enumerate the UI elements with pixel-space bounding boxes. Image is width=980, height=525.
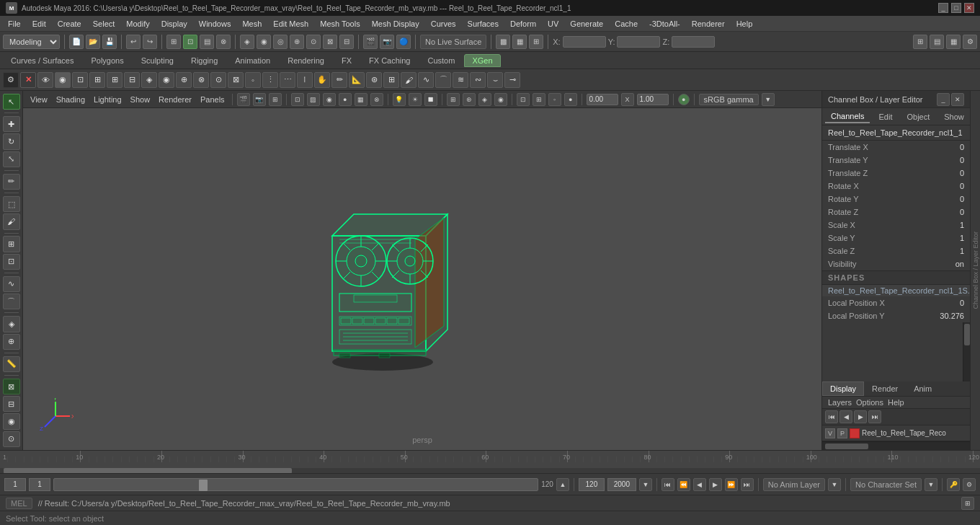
vp-menu-show[interactable]: Show [128, 95, 153, 104]
tab-polygons[interactable]: Polygons [83, 54, 131, 67]
lt-select[interactable]: ↖ [3, 94, 20, 110]
menu-select[interactable]: Select [88, 18, 120, 30]
ico-select2[interactable]: ⊞ [107, 72, 122, 88]
ico-paint2[interactable]: 🖌 [401, 72, 416, 88]
attr-editor-side-tab[interactable]: Channel Box / Layer Editor [970, 91, 980, 450]
tb-snap2[interactable]: ⊡ [183, 35, 197, 49]
tr-btn-skip-back[interactable]: ⏮ [662, 478, 674, 491]
tb-cam1[interactable]: 🎬 [363, 35, 378, 49]
tb-open[interactable]: 📂 [86, 35, 100, 49]
attr-rotate-x[interactable]: Rotate X 0 [822, 180, 970, 193]
tb-pref[interactable]: ⚙ [963, 35, 977, 49]
tb-rt3[interactable]: ⊞ [529, 35, 543, 49]
vp-hud4[interactable]: ● [564, 93, 577, 106]
tr-char-down[interactable]: ▼ [925, 478, 937, 491]
lt-measure[interactable]: 📏 [3, 356, 20, 372]
lt-misc2[interactable]: ⊕ [3, 334, 20, 350]
rp-tab-channels[interactable]: Channels [825, 110, 870, 123]
menu-cache[interactable]: Cache [610, 18, 643, 30]
vp-shaded-icon[interactable]: ◉ [323, 93, 336, 106]
vp-x-val[interactable] [587, 94, 618, 105]
vp-shadow[interactable]: 🔲 [424, 93, 437, 106]
tb-snap3[interactable]: ▤ [200, 35, 214, 49]
tab-rigging[interactable]: Rigging [183, 54, 226, 67]
lt-crv2[interactable]: ⌒ [3, 294, 20, 309]
tb-new[interactable]: 📄 [69, 35, 84, 49]
rp-close[interactable]: ✕ [951, 93, 964, 106]
ico-visibility[interactable]: 👁 [37, 72, 53, 88]
rp-tab-show[interactable]: Show [938, 111, 970, 123]
tr-anim-down[interactable]: ▼ [828, 478, 841, 491]
ico-sel7[interactable]: ⊗ [193, 72, 209, 88]
vp-menu-panels[interactable]: Panels [197, 95, 228, 104]
vp-light1[interactable]: 💡 [393, 93, 406, 106]
layer-scrollbar[interactable] [822, 441, 970, 450]
rp-tab-edit[interactable]: Edit [873, 111, 898, 123]
attr-scale-x[interactable]: Scale X 1 [822, 219, 970, 231]
ico-sel10[interactable]: ◦ [245, 72, 261, 88]
menu-mesh-display[interactable]: Mesh Display [367, 18, 424, 30]
lst-help[interactable]: Help [888, 398, 904, 407]
tb-snap4[interactable]: ⊗ [216, 35, 231, 49]
no-char-set-label[interactable]: No Character Set [850, 478, 922, 491]
lt-snap2[interactable]: ⊡ [3, 254, 20, 270]
ico-select3[interactable]: ⊟ [124, 72, 140, 88]
tb-cam2[interactable]: 📷 [380, 35, 394, 49]
ico-crv2[interactable]: ⌒ [435, 72, 451, 88]
vp-smooth-icon[interactable]: ● [339, 93, 352, 106]
lt-paint[interactable]: 🖌 [3, 213, 20, 229]
ico-snap2[interactable]: ⋯ [280, 72, 295, 88]
ico-shading[interactable]: ◉ [55, 72, 71, 88]
vp-all-icon[interactable]: ⊗ [370, 93, 383, 106]
menu-file[interactable]: File [3, 18, 26, 30]
rp-minimize[interactable]: _ [937, 93, 950, 106]
tb-undo[interactable]: ↩ [126, 35, 141, 49]
menu-uv[interactable]: UV [543, 18, 564, 30]
layer-v-btn[interactable]: V [825, 428, 835, 438]
speed-down[interactable]: ▼ [639, 478, 652, 491]
y-field[interactable] [617, 36, 660, 48]
tab-curves-surfaces[interactable]: Curves / Surfaces [3, 54, 81, 67]
attr-local-pos-y[interactable]: Local Position Y 30.276 [822, 309, 970, 322]
tb-sel2[interactable]: ◉ [257, 35, 271, 49]
tab-fx-caching[interactable]: FX Caching [361, 54, 418, 67]
vp-hud1[interactable]: ⊡ [517, 93, 530, 106]
ico-sel9[interactable]: ⊠ [228, 72, 244, 88]
vp-menu-lighting[interactable]: Lighting [91, 95, 125, 104]
ico-pivot[interactable]: ⊛ [366, 72, 382, 88]
speed-input[interactable] [607, 478, 636, 491]
ico-wire[interactable]: ⊡ [72, 72, 88, 88]
menu-windows[interactable]: Windows [194, 18, 236, 30]
ico-measure[interactable]: 📐 [349, 72, 365, 88]
timeline-ruler[interactable]: 1102030405060708090100110120 [0, 451, 980, 468]
tb-layout[interactable]: ⊞ [913, 35, 927, 49]
menu-surfaces[interactable]: Surfaces [463, 18, 504, 30]
z-field[interactable] [672, 36, 715, 48]
tb-sel6[interactable]: ⊠ [323, 35, 337, 49]
attr-translate-y[interactable]: Translate Y 0 [822, 154, 970, 167]
mode-select[interactable]: Modeling Rigging Animation [3, 35, 60, 49]
lst-options[interactable]: Options [856, 398, 883, 407]
lt-final2[interactable]: ⊟ [3, 396, 20, 412]
no-anim-layer-label[interactable]: No Anim Layer [763, 478, 825, 491]
vp-cam-icon[interactable]: 🎬 [237, 93, 250, 106]
tr-btn-step-back[interactable]: ⏪ [677, 478, 690, 491]
vp-circle[interactable]: ● [678, 94, 690, 105]
frame-end-btn[interactable]: ▲ [556, 478, 569, 491]
ico-crv3[interactable]: ≋ [453, 72, 468, 88]
menu-deform[interactable]: Deform [505, 18, 541, 30]
tab-xgen[interactable]: XGen [464, 54, 500, 67]
vp-hud2[interactable]: ⊞ [533, 93, 545, 106]
tb-sel7[interactable]: ⊟ [339, 35, 354, 49]
ico-sel8[interactable]: ⊙ [210, 72, 226, 88]
lt-final3[interactable]: ◉ [3, 413, 20, 429]
ico-crv6[interactable]: ⊸ [504, 72, 520, 88]
tb-sel3[interactable]: ◎ [273, 35, 288, 49]
vp-arrow-down[interactable]: ▼ [762, 93, 775, 106]
menu-display[interactable]: Display [156, 18, 192, 30]
status-icon[interactable]: ⊞ [961, 497, 974, 510]
attr-rotate-y[interactable]: Rotate Y 0 [822, 193, 970, 206]
vp-iso3[interactable]: ◉ [494, 93, 507, 106]
menu-edit[interactable]: Edit [27, 18, 51, 30]
lt-final4[interactable]: ⊙ [3, 431, 20, 447]
